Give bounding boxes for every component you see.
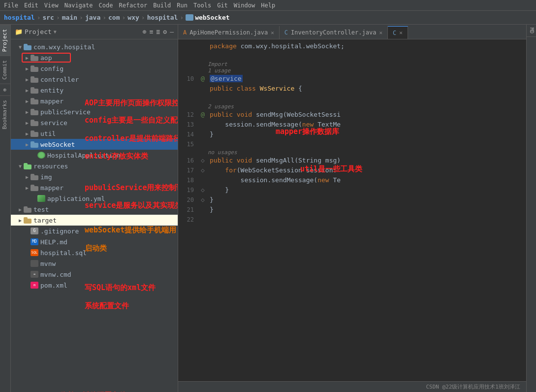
tab-label-apihomepermission: A bbox=[183, 29, 187, 36]
tree-item-aop[interactable]: ▶ aop bbox=[11, 52, 178, 63]
label-mapper-resources: mapper bbox=[40, 184, 63, 192]
menu-refactor[interactable]: Refactor bbox=[119, 2, 147, 9]
panel-close-btn[interactable]: — bbox=[170, 28, 174, 35]
tree-item-resources[interactable]: ▼ resources bbox=[11, 161, 178, 171]
tab-close-c[interactable]: ✕ bbox=[399, 30, 403, 36]
menu-edit[interactable]: Edit bbox=[24, 2, 38, 9]
tab-name-apihomepermission: ApiHomePermission.java bbox=[189, 29, 268, 36]
file-tree: ▼ com.wxy.hospital ▶ aop ▶ config bbox=[11, 39, 178, 293]
tree-item-service[interactable]: ▶ service bbox=[11, 117, 178, 128]
side-tab-bookmarks[interactable]: Bookmarks bbox=[0, 96, 10, 133]
tab-inventorycontroller[interactable]: C InventoryController.java ✕ bbox=[280, 26, 388, 39]
menu-view[interactable]: View bbox=[44, 2, 59, 9]
menu-code[interactable]: Code bbox=[99, 2, 113, 9]
tree-item-img[interactable]: ▶ img bbox=[11, 171, 178, 182]
breadcrumb-hospital2[interactable]: hospital bbox=[147, 14, 178, 21]
tree-item-test[interactable]: ▶ test bbox=[11, 204, 178, 215]
panel-locate-btn[interactable]: ⊕ bbox=[143, 28, 147, 35]
menu-build[interactable]: Build bbox=[153, 2, 171, 9]
tree-item-mvnw[interactable]: ▶ mvnw bbox=[11, 258, 178, 269]
arrow-aop: ▶ bbox=[24, 55, 31, 61]
tree-item-mapper[interactable]: ▶ mapper bbox=[11, 96, 178, 106]
tree-item-entity[interactable]: ▶ entity bbox=[11, 85, 178, 96]
panel-title: 📁 Project ▼ bbox=[15, 28, 57, 35]
folder-icon-target bbox=[24, 217, 32, 224]
menu-file[interactable]: File bbox=[4, 2, 18, 9]
arrow-entity: ▶ bbox=[24, 88, 31, 93]
tree-item-util[interactable]: ▶ util bbox=[11, 128, 178, 139]
panel-dropdown-icon[interactable]: ▼ bbox=[54, 29, 57, 34]
line-code-10: @service bbox=[208, 74, 243, 84]
panel-expand-btn[interactable]: ≡ bbox=[150, 28, 154, 35]
label-appyml: application.yml bbox=[47, 195, 105, 202]
breadcrumb-src[interactable]: src bbox=[42, 14, 54, 21]
line-code-21: } bbox=[208, 205, 214, 215]
panel-icon: 📁 bbox=[15, 28, 23, 35]
breadcrumb-wxy[interactable]: wxy bbox=[127, 14, 139, 21]
label-controller: controller bbox=[40, 76, 79, 83]
tree-item-helpmd[interactable]: ▶ MD HELP.md bbox=[11, 236, 178, 247]
tab-c[interactable]: C ✕ bbox=[388, 26, 408, 39]
status-text: CSDN @22级计算机应用技术1班刘泽江 bbox=[426, 383, 520, 391]
side-tab-plus[interactable]: ⊕ bbox=[0, 84, 10, 96]
tab-apihomepermission[interactable]: A ApiHomePermission.java ✕ bbox=[178, 26, 280, 39]
arrow-publicservice: ▶ bbox=[24, 109, 31, 115]
menu-tools[interactable]: Tools bbox=[193, 2, 211, 9]
line-code-14: } bbox=[208, 130, 214, 139]
arrow-config: ▶ bbox=[24, 66, 31, 71]
label-websocket: webSocket bbox=[40, 141, 75, 148]
menu-git[interactable]: Git bbox=[217, 2, 228, 9]
tree-item-pomxml[interactable]: ▶ m pom.xml bbox=[11, 280, 178, 291]
breadcrumb-websocket[interactable]: webSocket bbox=[195, 14, 229, 21]
tree-item-websocket[interactable]: ▶ webSocket bbox=[11, 139, 178, 150]
folder-icon-aop bbox=[31, 55, 38, 61]
breadcrumb-com[interactable]: com bbox=[108, 14, 120, 21]
right-tab-md[interactable]: MD bbox=[527, 25, 536, 37]
panel-settings-btn[interactable]: ⚙ bbox=[163, 28, 167, 35]
tree-item-publicservice[interactable]: ▶ publicService bbox=[11, 106, 178, 117]
label-hospitalsql: hospital.sql bbox=[40, 249, 87, 257]
label-com-wxy-hospital: com.wxy.hospital bbox=[33, 43, 95, 51]
panel-title-label: Project bbox=[25, 28, 52, 35]
tree-item-target[interactable]: ▶ target bbox=[11, 215, 178, 226]
tree-item-mapper-resources[interactable]: ▶ mapper bbox=[11, 182, 178, 193]
tab-close-apihomepermission[interactable]: ✕ bbox=[271, 30, 274, 36]
label-mapper: mapper bbox=[40, 98, 63, 105]
panel-collapse-btn[interactable]: ≣ bbox=[157, 28, 160, 35]
side-tab-commit[interactable]: Commit bbox=[0, 56, 10, 84]
code-line-15: 15 bbox=[178, 139, 526, 149]
tree-item-hospitalsql[interactable]: ▶ SQL hospital.sql bbox=[11, 247, 178, 258]
line-num-20: 20 bbox=[178, 195, 198, 205]
breadcrumb-main[interactable]: main bbox=[62, 14, 77, 21]
code-line-21: 21 } bbox=[178, 205, 526, 215]
tab-close-inventorycontroller[interactable]: ✕ bbox=[379, 30, 382, 36]
tree-item-com-wxy-hospital[interactable]: ▼ com.wxy.hospital bbox=[11, 41, 178, 52]
tree-item-gitignore[interactable]: ▶ G .gitignore bbox=[11, 226, 178, 236]
line-gutter-10: @ bbox=[198, 74, 208, 84]
code-line-package: package com.wxy.hospital.webSocket; bbox=[178, 41, 526, 51]
tree-item-hospitalapp[interactable]: ▶ HospitalApplication bbox=[11, 150, 178, 161]
gitignore-icon: G bbox=[31, 228, 38, 234]
code-content[interactable]: package com.wxy.hospital.webSocket; Impo… bbox=[178, 39, 526, 381]
label-resources: resources bbox=[33, 163, 68, 170]
side-tab-project[interactable]: Project bbox=[0, 25, 10, 56]
main-layout: Project Commit ⊕ Bookmarks 📁 Project ▼ ⊕… bbox=[0, 25, 536, 392]
label-target: target bbox=[33, 217, 57, 224]
tree-item-appyml[interactable]: ▶ application.yml bbox=[11, 193, 178, 204]
tree-item-controller[interactable]: ▶ controller bbox=[11, 74, 178, 85]
arrow-test: ▶ bbox=[17, 207, 24, 212]
line-num-15: 15 bbox=[178, 139, 198, 149]
menu-navigate[interactable]: Navigate bbox=[64, 2, 93, 9]
menu-run[interactable]: Run bbox=[177, 2, 188, 9]
folder-icon-img bbox=[31, 174, 38, 180]
folder-icon-publicservice bbox=[31, 109, 38, 115]
tree-item-mvnwcmd[interactable]: ▶ = mvnw.cmd bbox=[11, 269, 178, 280]
menu-help[interactable]: Help bbox=[261, 2, 275, 9]
breadcrumb-hospital[interactable]: hospital bbox=[4, 14, 35, 21]
tree-item-config[interactable]: ▶ config bbox=[11, 63, 178, 74]
menu-window[interactable]: Window bbox=[234, 2, 255, 9]
line-gutter-12: @ bbox=[198, 110, 208, 120]
line-code-20: } bbox=[208, 195, 214, 205]
breadcrumb-java[interactable]: java bbox=[85, 14, 100, 21]
arrow-mapper: ▶ bbox=[24, 98, 31, 104]
